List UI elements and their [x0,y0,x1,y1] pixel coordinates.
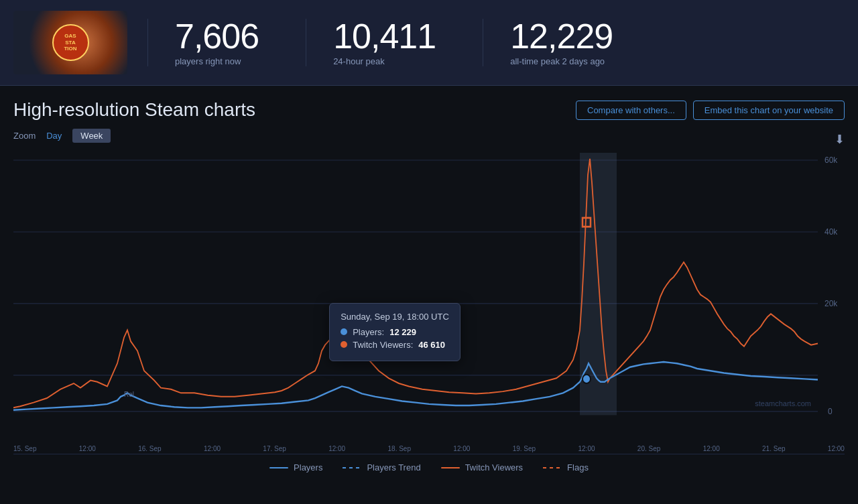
x-label-4: 17. Sep [263,445,286,452]
zoom-bar: Zoom Day Week [13,129,111,143]
compare-button[interactable]: Compare with others... [576,101,686,120]
legend-flags: Flags [543,462,589,472]
header-bar: GASSTATION 7,606 players right now 10,41… [0,0,858,86]
legend-twitch-label: Twitch Viewers [465,462,523,472]
legend-players-trend-label: Players Trend [367,462,420,472]
legend-players-label: Players [294,462,322,472]
svg-text:20k: 20k [824,299,838,309]
chart-tooltip: Sunday, Sep 19, 18:00 UTC Players: 12 22… [329,303,461,361]
tooltip-players-value: 12 229 [389,327,416,337]
players-dot-icon [341,328,347,335]
legend-twitch: Twitch Viewers [441,462,523,472]
game-thumbnail: GASSTATION [13,11,127,74]
legend-players-trend: Players Trend [343,462,420,472]
chart-container: 60k 40k 20k 0 Rel Sunday, Sep 19, 18:00 … [13,153,845,441]
legend-players-line [269,467,288,468]
svg-text:60k: 60k [824,155,838,166]
tooltip-viewers-value: 46 610 [418,340,445,350]
legend-players: Players [269,462,322,472]
zoom-label: Zoom [13,131,36,141]
chart-legend: Players Players Trend Twitch Viewers Fla… [13,454,845,478]
legend-flags-label: Flags [567,462,589,472]
svg-text:Rel: Rel [124,389,134,398]
viewers-dot-icon [341,341,347,348]
x-label-8: 19. Sep [513,445,536,452]
watermark: steamcharts.com [755,399,811,407]
players-now-value: 7,606 [175,19,259,54]
tooltip-players-label: Players: [353,327,384,337]
x-label-10: 20. Sep [637,445,660,452]
svg-text:40k: 40k [824,227,838,237]
chart-header: High-resolution Steam charts Compare wit… [13,99,845,121]
chart-section: High-resolution Steam charts Compare wit… [0,86,858,478]
x-label-11: 12:00 [703,445,720,452]
x-label-6: 18. Sep [388,445,411,452]
x-label-2: 16. Sep [138,445,161,452]
embed-button[interactable]: Embed this chart on your website [693,101,845,120]
x-axis: 15. Sep 12:00 16. Sep 12:00 17. Sep 12:0… [13,442,845,452]
legend-players-trend-line [343,467,361,468]
24h-peak-label: 24-hour peak [333,56,385,66]
24h-peak-value: 10,411 [333,19,436,54]
x-label-5: 12:00 [328,445,345,452]
stat-alltime-peak: 12,229 all-time peak 2 days ago [483,19,639,66]
legend-twitch-line [441,467,460,468]
stat-players-now: 7,606 players right now [147,19,286,66]
x-label-1: 12:00 [79,445,96,452]
x-label-0: 15. Sep [13,445,36,452]
chart-title: High-resolution Steam charts [13,99,255,121]
zoom-day-button[interactable]: Day [46,131,62,141]
tooltip-date: Sunday, Sep 19, 18:00 UTC [341,312,449,322]
download-icon[interactable]: ⬇ [835,132,845,147]
legend-flags-line [543,467,562,468]
x-label-9: 12:00 [578,445,595,452]
tooltip-viewers-label: Twitch Viewers: [353,340,413,350]
svg-text:0: 0 [828,407,833,417]
x-label-3: 12:00 [204,445,221,452]
tooltip-viewers-row: Twitch Viewers: 46 610 [341,340,449,350]
stat-24h-peak: 10,411 24-hour peak [306,19,463,66]
game-logo: GASSTATION [52,24,89,61]
x-label-12: 21. Sep [762,445,785,452]
x-label-7: 12:00 [453,445,470,452]
tooltip-players-row: Players: 12 229 [341,327,449,337]
chart-buttons: Compare with others... Embed this chart … [576,101,845,120]
alltime-peak-value: 12,229 [510,19,613,54]
zoom-week-button[interactable]: Week [72,129,111,143]
main-chart-svg: 60k 40k 20k 0 Rel [13,153,845,441]
x-label-13: 12:00 [828,445,845,452]
zoom-bar-wrapper: Zoom Day Week ⬇ [13,129,845,149]
players-dot [583,375,591,383]
players-now-label: players right now [175,56,241,66]
alltime-peak-label: all-time peak 2 days ago [510,56,605,66]
